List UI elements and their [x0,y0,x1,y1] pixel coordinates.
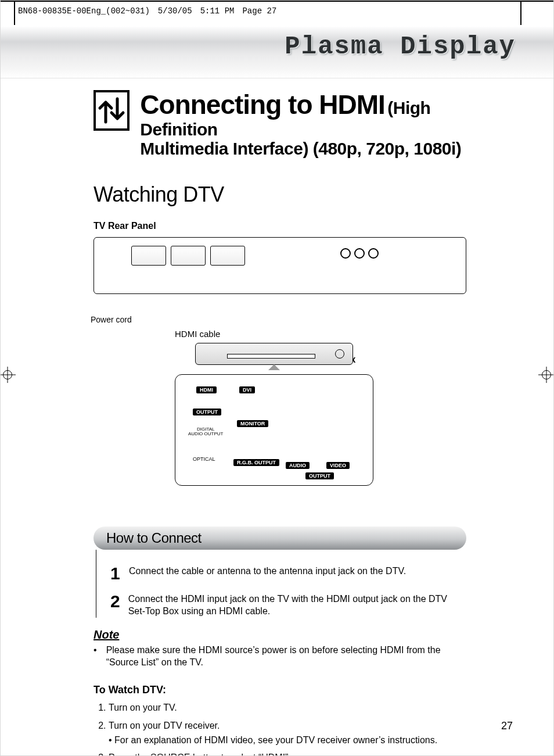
stb-device [195,343,353,365]
port-audio: AUDIO [286,462,310,469]
how-to-connect-label: How to Connect [106,530,202,546]
port-digital-audio: DIGITAL AUDIO OUTPUT [188,427,223,438]
note-text: Please make sure the HDMI source’s power… [106,644,466,669]
watch-item-2-sub: • For an explanation of HDMI video, see … [109,735,437,745]
note-heading: Note [93,628,466,642]
note-item: • Please make sure the HDMI source’s pow… [93,644,466,669]
step-text: Connect the cable or antenna to the ante… [129,565,406,582]
page-number: 27 [501,720,513,732]
watch-item-2-text: Turn on your DTV receiver. [109,721,220,730]
arrows-icon [93,90,129,131]
port-dvi: DVI [239,386,255,393]
instructions: 1 Connect the cable or antenna to the an… [96,550,466,618]
port-rgb: R.G.B. OUTPUT [233,459,279,466]
watch-item-1: Turn on your TV. [109,701,466,715]
bullet-icon: • [93,644,100,669]
heading-sub2: Multimedia Interface) (480p, 720p, 1080i… [140,139,461,158]
print-time: 5:11 PM [200,6,235,16]
watch-item-2: Turn on your DTV receiver. • For an expl… [109,719,466,748]
watch-item-3: Press the SOURCE button to select “HDMI”… [109,751,466,756]
port-hdmi: HDMI [196,386,217,393]
step-number: 2 [110,593,120,618]
step-2: 2 Connect the HDMI input jack on the TV … [110,593,466,618]
port-output: OUTPUT [193,409,221,415]
print-doc: BN68-00835E-00Eng_(002~031) [18,6,150,16]
banner: Plasma Display [1,26,553,78]
port-monitor: MONITOR [237,420,268,427]
brand-title: Plasma Display [285,32,516,61]
print-page: Page 27 [242,6,276,16]
port-video: VIDEO [326,462,350,469]
reg-mark-left [0,367,16,383]
watch-heading: To Watch DTV: [93,684,466,696]
step-1: 1 Connect the cable or antenna to the an… [110,565,466,582]
power-cord-label: Power cord [91,315,132,324]
reg-mark-right [538,367,554,383]
how-to-connect-header: How to Connect [93,526,466,550]
tv-rear-panel-diagram [93,237,466,294]
print-date: 5/30/05 [158,6,192,16]
watch-list: Turn on your TV. Turn on your DTV receiv… [93,701,466,756]
port-optical: OPTICAL [193,456,215,462]
stb-rear-panel: HDMI DVI OUTPUT MONITOR DIGITAL AUDIO OU… [175,374,373,486]
heading-main: Connecting to HDMI [140,89,385,120]
rear-panel-label: TV Rear Panel [93,221,466,231]
page-heading-block: Connecting to HDMI (High Definition Mult… [93,90,466,158]
step-number: 1 [110,565,121,582]
hdmi-cable-label: HDMI cable [175,329,220,339]
port-out2: OUTPUT [305,472,334,479]
section-title: Watching DTV [93,182,466,207]
step-text: Connect the HDMI input jack on the TV wi… [128,593,466,618]
print-header: BN68-00835E-00Eng_(002~031) 5/30/05 5:11… [1,1,553,16]
